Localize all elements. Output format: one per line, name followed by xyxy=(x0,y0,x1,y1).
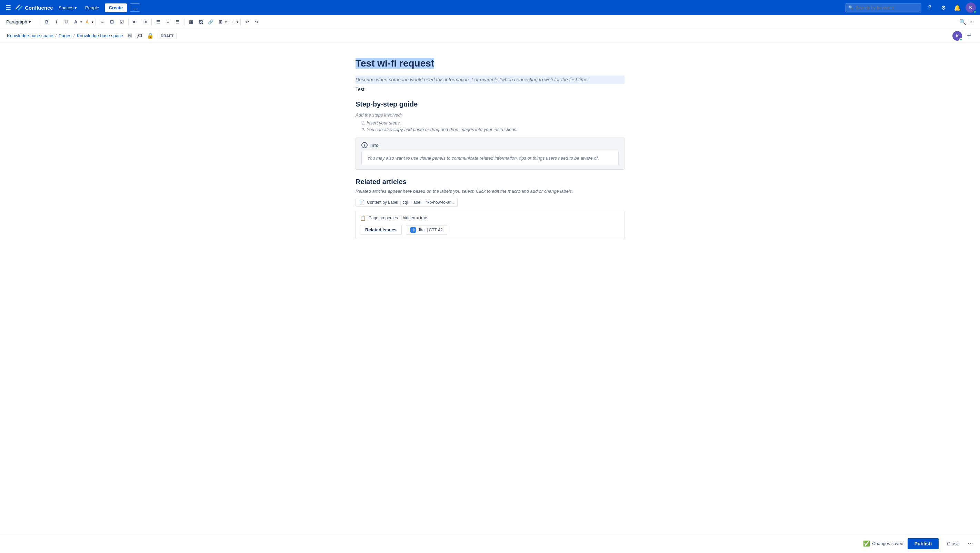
create-button[interactable]: Create xyxy=(105,3,127,12)
info-panel-header: i Info xyxy=(361,142,619,148)
align-center-button[interactable]: ≡ xyxy=(164,17,172,27)
image-button[interactable]: 🖼 xyxy=(196,17,205,27)
breadcrumb-space-link[interactable]: Knowledge base space xyxy=(7,33,53,38)
content-label-cql: | cql = label = "kb-how-to-ar... xyxy=(400,200,454,205)
page-restrict-button[interactable]: 🔒 xyxy=(146,31,155,40)
breadcrumb-bar: Knowledge base space / Pages / Knowledge… xyxy=(0,29,980,43)
user-avatar[interactable]: K xyxy=(966,2,976,13)
hamburger-menu-icon[interactable]: ☰ xyxy=(4,2,13,13)
toolbar-divider-5 xyxy=(184,19,185,25)
align-right-button[interactable]: ☰ xyxy=(173,17,182,27)
info-label: Info xyxy=(370,143,379,148)
help-button[interactable]: ? xyxy=(924,2,935,13)
page-properties-header: 📋 Page properties | hidden = true xyxy=(360,215,620,221)
toolbar-more-button[interactable]: ⋯ xyxy=(967,17,976,27)
underline-button[interactable]: U xyxy=(62,17,71,27)
toolbar-divider-4 xyxy=(151,19,152,25)
table-wrap: ⊞ ▾ xyxy=(216,17,227,27)
paragraph-label: Paragraph xyxy=(6,19,27,24)
editor-avatar[interactable]: K xyxy=(952,31,962,41)
confluence-logo[interactable]: Confluence xyxy=(15,4,53,11)
table-button[interactable]: ⊞ xyxy=(216,17,225,27)
info-icon: i xyxy=(361,142,368,148)
info-panel-body: You may also want to use visual panels t… xyxy=(361,151,619,165)
paragraph-style-select[interactable]: Paragraph ▾ xyxy=(4,18,38,25)
jira-issue: | CTT-42 xyxy=(426,227,442,232)
step-2[interactable]: You can also copy and paste or drag and … xyxy=(367,127,624,132)
related-articles-heading: Related articles xyxy=(356,178,624,186)
task-list-button[interactable]: ☑ xyxy=(117,17,126,27)
redo-button[interactable]: ↪ xyxy=(252,17,261,27)
info-panel-text: You may also want to use visual panels t… xyxy=(367,156,599,160)
editor-online-badge xyxy=(959,38,963,41)
related-issues-row: Related issues Jira | CTT-42 xyxy=(360,225,620,235)
insert-chevron[interactable]: ▾ xyxy=(237,20,238,24)
align-left-button[interactable]: ☰ xyxy=(154,17,163,27)
step-list: Insert your steps. You can also copy and… xyxy=(367,120,624,132)
breadcrumb-page-link[interactable]: Knowledge base space xyxy=(77,33,123,38)
info-panel[interactable]: i Info You may also want to use visual p… xyxy=(356,138,624,170)
search-wrap: 🔍 xyxy=(846,3,921,13)
toolbar-divider-1 xyxy=(40,19,40,25)
breadcrumb-sep-2: / xyxy=(73,33,75,38)
insert-button[interactable]: + xyxy=(228,17,237,27)
editor-toolbar: Paragraph ▾ B I U A ▾ A ▾ ≡ ⊟ ☑ ⇤ ⇥ ☰ ≡ … xyxy=(0,15,980,29)
page-label-button[interactable]: 🏷 xyxy=(135,32,143,40)
link-button[interactable]: 🔗 xyxy=(206,17,216,27)
page-title[interactable]: Test wi-fi request xyxy=(356,57,624,70)
more-nav-button[interactable]: ... xyxy=(130,3,140,12)
bullet-list-button[interactable]: ≡ xyxy=(98,17,107,27)
toolbar-divider-3 xyxy=(128,19,129,25)
undo-button[interactable]: ↩ xyxy=(243,17,252,27)
confluence-logo-text: Confluence xyxy=(25,5,53,11)
page-properties-box[interactable]: 📋 Page properties | hidden = true Relate… xyxy=(356,211,624,239)
indent-left-button[interactable]: ⇤ xyxy=(131,17,140,27)
search-icon: 🔍 xyxy=(848,5,853,10)
top-navigation: ☰ Confluence Spaces ▾ People Create ... … xyxy=(0,0,980,15)
jira-label: Jira xyxy=(418,227,425,232)
insert-wrap: + ▾ xyxy=(228,17,238,27)
paragraph-chevron-icon: ▾ xyxy=(29,19,31,24)
toolbar-divider-6 xyxy=(240,19,241,25)
breadcrumb-pages-link[interactable]: Pages xyxy=(59,33,72,38)
step-1[interactable]: Insert your steps. xyxy=(367,120,624,126)
toolbar-divider-2 xyxy=(95,19,96,25)
add-steps-label: Add the steps involved: xyxy=(356,113,624,118)
step-by-step-heading: Step-by-step guide xyxy=(356,100,624,108)
page-copy-button[interactable]: ⎘ xyxy=(127,32,133,40)
page-properties-icon: 📋 xyxy=(360,215,366,221)
description-placeholder[interactable]: Describe when someone would need this in… xyxy=(356,76,624,84)
toolbar-search-icon[interactable]: 🔍 xyxy=(959,19,966,25)
search-input[interactable] xyxy=(846,3,921,13)
add-collaborator-button[interactable]: + xyxy=(965,31,973,40)
related-issues-label: Related issues xyxy=(360,225,402,235)
breadcrumb-actions: ⎘ 🏷 🔒 DRAFT xyxy=(127,31,177,40)
spaces-menu[interactable]: Spaces ▾ xyxy=(56,4,80,12)
italic-button[interactable]: I xyxy=(52,17,61,27)
text-highlight-button[interactable]: A xyxy=(83,17,92,27)
breadcrumb-right: K + xyxy=(952,31,973,41)
settings-icon[interactable]: ⚙ xyxy=(938,2,949,13)
content-label-text: Content by Label xyxy=(367,200,398,205)
content-by-label-macro[interactable]: 📄 Content by Label | cql = label = "kb-h… xyxy=(356,198,458,207)
text-highlight-chevron[interactable]: ▾ xyxy=(92,20,94,24)
spaces-label: Spaces xyxy=(59,5,73,10)
numbered-list-button[interactable]: ⊟ xyxy=(108,17,116,27)
jira-icon xyxy=(410,227,416,233)
text-color-chevron[interactable]: ▾ xyxy=(80,20,82,24)
table-chevron[interactable]: ▾ xyxy=(225,20,227,24)
document-icon: 📄 xyxy=(359,200,365,205)
text-color-button[interactable]: A xyxy=(72,17,80,27)
text-color-wrap: A ▾ xyxy=(72,17,82,27)
draft-badge: DRAFT xyxy=(158,33,177,39)
page-properties-label: Page properties xyxy=(369,216,398,220)
notifications-icon[interactable]: 🔔 xyxy=(952,2,963,13)
layout-button[interactable]: ▦ xyxy=(186,17,196,27)
bold-button[interactable]: B xyxy=(42,17,51,27)
indent-right-button[interactable]: ⇥ xyxy=(140,17,149,27)
people-nav[interactable]: People xyxy=(83,4,102,12)
body-text[interactable]: Test xyxy=(356,87,624,92)
jira-macro[interactable]: Jira | CTT-42 xyxy=(406,225,447,235)
related-articles-desc: Related articles appear here based on th… xyxy=(356,189,624,194)
breadcrumb-sep-1: / xyxy=(55,33,57,38)
